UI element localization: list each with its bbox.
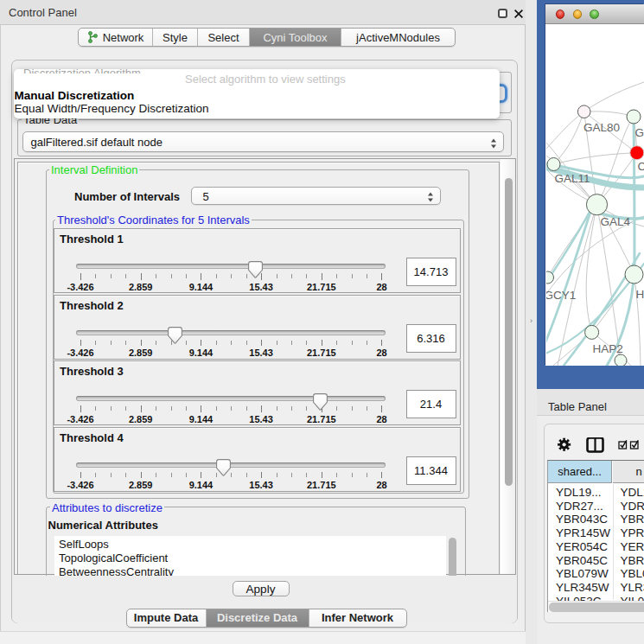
svg-text:GAL11: GAL11 [555, 172, 590, 185]
svg-text:GCY1: GCY1 [546, 289, 576, 302]
svg-text:GAL4: GAL4 [601, 215, 631, 228]
svg-text:HAP2: HAP2 [593, 342, 623, 355]
svg-text:GAL80: GAL80 [583, 121, 620, 134]
svg-text:C: C [638, 160, 644, 173]
svg-text:G.: G. [635, 126, 644, 139]
svg-text:H: H [636, 288, 644, 301]
